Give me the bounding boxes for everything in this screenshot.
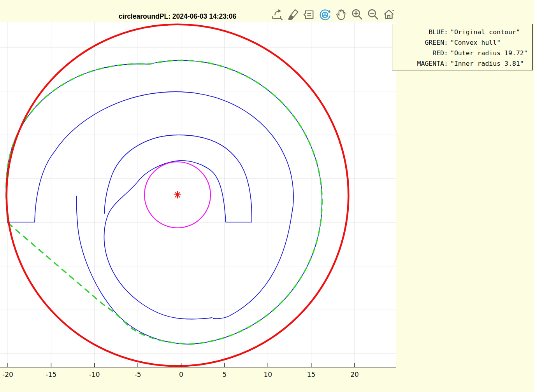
home-icon <box>384 10 394 18</box>
legend-label: MAGENTA: <box>392 58 448 69</box>
pan-icon <box>337 10 345 19</box>
legend-label: BLUE: <box>392 27 448 37</box>
x-tick-label: -20 <box>2 371 13 378</box>
brush-button[interactable] <box>287 8 299 21</box>
x-tick-label: -15 <box>46 371 56 378</box>
legend-annotation-box[interactable]: BLUE: "Original contour" GREEN: "Convex … <box>392 24 533 70</box>
legend-row-magenta: MAGENTA: "Inner radius 3.81" <box>392 58 532 69</box>
x-tick-label: 20 <box>350 371 359 378</box>
x-tick-label: 10 <box>263 371 272 378</box>
legend-value: "Convex hull" <box>448 37 501 48</box>
legend-row-blue: BLUE: "Original contour" <box>392 27 532 37</box>
legend-value: "Inner radius 3.81" <box>448 58 524 69</box>
zoom-in-icon <box>353 10 362 19</box>
plot-area[interactable] <box>0 22 396 368</box>
x-tick-label: 5 <box>222 371 227 378</box>
legend-value: "Original contour" <box>448 27 520 37</box>
center-marker <box>174 192 181 198</box>
legend-row-green: GREEN: "Convex hull" <box>392 37 532 48</box>
zoom-out-button[interactable] <box>367 8 379 21</box>
rotate-3d-button[interactable] <box>319 8 331 21</box>
legend-value: "Outer radius 19.72" <box>448 48 528 58</box>
rotate-3d-icon <box>320 10 331 20</box>
legend-label: RED: <box>392 48 448 58</box>
restore-view-button[interactable] <box>383 8 395 21</box>
x-tick-label: 15 <box>307 371 316 378</box>
x-axis-tick-labels: -20-15-10-505101520 <box>2 371 359 378</box>
legend-label: GREEN: <box>392 37 448 48</box>
zoom-in-button[interactable] <box>351 8 363 21</box>
x-tick-label: -5 <box>135 371 141 378</box>
datatips-icon <box>304 11 313 18</box>
x-tick-label: -10 <box>89 371 100 378</box>
x-tick-label: 0 <box>179 371 183 378</box>
datatips-button[interactable] <box>303 8 315 21</box>
export-button[interactable] <box>271 8 283 21</box>
legend-row-red: RED: "Outer radius 19.72" <box>392 48 532 58</box>
zoom-out-icon <box>369 10 378 19</box>
axes-toolbar <box>271 8 395 21</box>
brush-icon <box>288 10 298 20</box>
export-icon <box>273 9 283 20</box>
pan-button[interactable] <box>335 8 347 21</box>
